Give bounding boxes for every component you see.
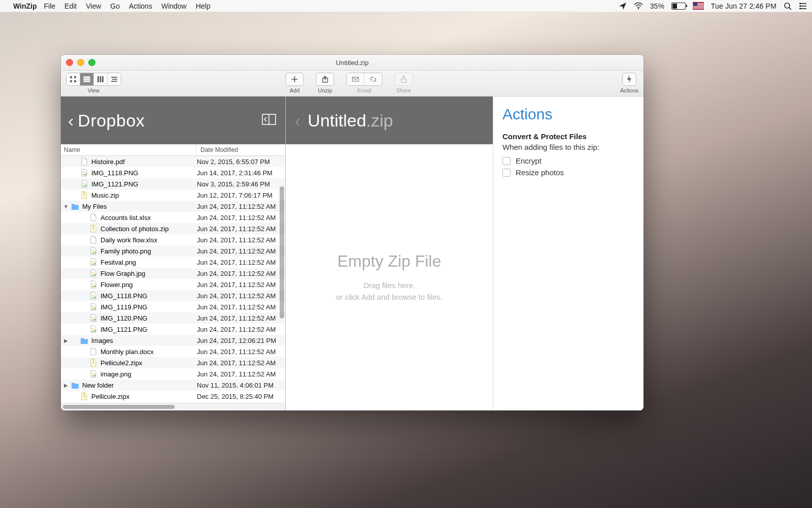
menubar-clock[interactable]: Tue Jun 27 2:46 PM [711,2,776,10]
svg-point-38 [92,250,94,251]
file-row[interactable]: Pellicule2.zipxJun 24, 2017, 11:12:52 AM [61,357,285,368]
disclosure-triangle-icon[interactable]: ▶ [63,338,69,343]
view-list[interactable] [80,73,94,85]
app-name[interactable]: WinZip [13,2,37,10]
file-row[interactable]: Monthly plan.docxJun 24, 2017, 11:12:52 … [61,346,285,357]
file-row[interactable]: IMG_1121.PNGJun 24, 2017, 11:12:52 AM [61,324,285,335]
file-row[interactable]: Histoire.pdfNov 2, 2015, 6:55:07 PM [61,156,285,167]
file-row[interactable]: Music.zipJun 12, 2017, 7:06:17 PM [61,189,285,201]
menu-actions[interactable]: Actions [129,2,152,10]
zip-drop-area[interactable]: Empty Zip File Drag files here, or click… [286,144,493,410]
file-row[interactable]: IMG_1118.PNGJun 14, 2017, 2:31:46 PM [61,167,285,178]
battery-icon[interactable] [671,3,686,10]
view-icon-grid[interactable] [66,73,80,85]
file-name: Flow Graph.jpg [100,270,145,277]
spotlight-icon[interactable] [784,2,792,10]
svg-rect-15 [84,81,90,82]
zip-icon [80,191,88,199]
svg-point-1 [785,3,790,8]
link-button[interactable] [365,73,382,85]
svg-rect-13 [84,77,90,78]
disclosure-triangle-icon[interactable]: ▼ [63,204,69,209]
zoom-window-button[interactable] [88,59,95,66]
file-name: Music.zip [91,192,119,199]
window-titlebar[interactable]: Untitled.zip [61,55,644,71]
email-button[interactable] [347,73,365,85]
resize-photos-checkbox[interactable]: Resize photos [502,168,634,177]
doc-icon [89,236,97,244]
svg-point-49 [92,373,94,374]
file-name: Family photo.png [100,247,151,255]
column-headers[interactable]: Name Date Modified [61,144,285,156]
file-row[interactable]: Fesitval.pngJun 24, 2017, 11:12:52 AM [61,257,285,268]
menu-go[interactable]: Go [110,2,120,10]
checkbox-icon [502,157,511,165]
svg-rect-9 [70,76,72,78]
file-row[interactable]: Pellicule.zipxDec 25, 2015, 8:25:40 PM [61,391,285,402]
location-header: ‹ Dropbox [61,97,285,144]
file-row[interactable]: image.pngJun 24, 2017, 11:12:52 AM [61,368,285,379]
file-row[interactable]: ▼My FilesJun 24, 2017, 11:12:52 AM [61,201,285,212]
file-row[interactable]: Flower.pngJun 24, 2017, 11:12:52 AM [61,279,285,290]
actions-heading: Actions [502,106,634,123]
folder-icon [71,381,79,389]
vertical-scrollbar[interactable] [280,186,284,319]
file-name: Daily work flow.xlsx [100,236,157,244]
file-row[interactable]: IMG_1118.PNGJun 24, 2017, 11:12:52 AM [61,290,285,301]
email-label: Email [357,87,371,93]
actions-subtitle: Convert & Protect Files [502,132,634,141]
menu-window[interactable]: Window [161,2,187,10]
file-date: Jun 24, 2017, 11:12:52 AM [193,203,285,210]
view-gallery[interactable] [108,73,121,85]
file-row[interactable]: Accounts list.xlsxJun 24, 2017, 11:12:52… [61,212,285,223]
column-name[interactable]: Name [61,144,196,155]
file-row[interactable]: IMG_1120.PNGJun 24, 2017, 11:12:52 AM [61,312,285,324]
svg-rect-33 [84,194,85,195]
location-arrow-icon[interactable] [619,2,627,10]
empty-zip-title: Empty Zip File [337,252,441,271]
column-date[interactable]: Date Modified [196,144,285,155]
wifi-icon[interactable] [634,3,643,10]
file-row[interactable]: IMG_1119.PNGJun 24, 2017, 11:12:52 AM [61,301,285,312]
file-name: Pellicule.zipx [91,393,129,400]
img-icon [80,169,88,177]
svg-rect-11 [70,80,72,82]
actions-label: Actions [620,87,638,93]
file-row[interactable]: Daily work flow.xlsxJun 24, 2017, 11:12:… [61,234,285,245]
actions-toggle-button[interactable] [622,73,636,86]
checkbox-icon [502,169,511,177]
horizontal-scrollbar-track[interactable] [61,403,285,410]
input-source-flag-icon[interactable] [693,2,704,10]
back-chevron-icon[interactable]: ‹ [68,112,74,129]
file-name: IMG_1121.PNG [91,180,139,188]
menu-file[interactable]: File [44,2,56,10]
pane-toggle-icon[interactable] [262,114,276,127]
encrypt-checkbox[interactable]: Encrypt [502,156,634,165]
file-list[interactable]: Histoire.pdfNov 2, 2015, 6:55:07 PMIMG_1… [61,156,285,403]
file-row[interactable]: Flow Graph.jpgJun 24, 2017, 11:12:52 AM [61,268,285,279]
view-columns[interactable] [94,73,108,85]
file-row[interactable]: ▶New folderNov 11, 2015, 4:06:01 PM [61,379,285,391]
disclosure-triangle-icon[interactable]: ▶ [63,383,69,388]
notification-center-icon[interactable] [799,3,807,10]
unzip-button[interactable] [316,73,334,86]
svg-rect-52 [84,396,85,397]
file-row[interactable]: IMG_1121.PNGNov 3, 2015, 2:59:46 PM [61,178,285,189]
encrypt-label: Encrypt [516,156,542,165]
menu-help[interactable]: Help [196,2,211,10]
minimize-window-button[interactable] [77,59,84,66]
file-row[interactable]: Collection of photos.zipJun 24, 2017, 11… [61,223,285,234]
img-icon [89,247,97,255]
menu-edit[interactable]: Edit [64,2,77,10]
file-date: Jun 24, 2017, 11:12:52 AM [193,359,285,367]
file-date: Jun 24, 2017, 11:12:52 AM [193,303,285,311]
battery-percent: 35% [650,2,664,10]
horizontal-scrollbar-thumb[interactable] [63,405,175,409]
close-window-button[interactable] [66,59,73,66]
add-button[interactable] [286,73,304,86]
svg-point-42 [92,295,94,296]
file-row[interactable]: Family photo.pngJun 24, 2017, 11:12:52 A… [61,245,285,257]
share-button[interactable] [395,73,413,86]
file-row[interactable]: ▶ImagesJun 24, 2017, 12:06:21 PM [61,335,285,346]
menu-view[interactable]: View [86,2,101,10]
